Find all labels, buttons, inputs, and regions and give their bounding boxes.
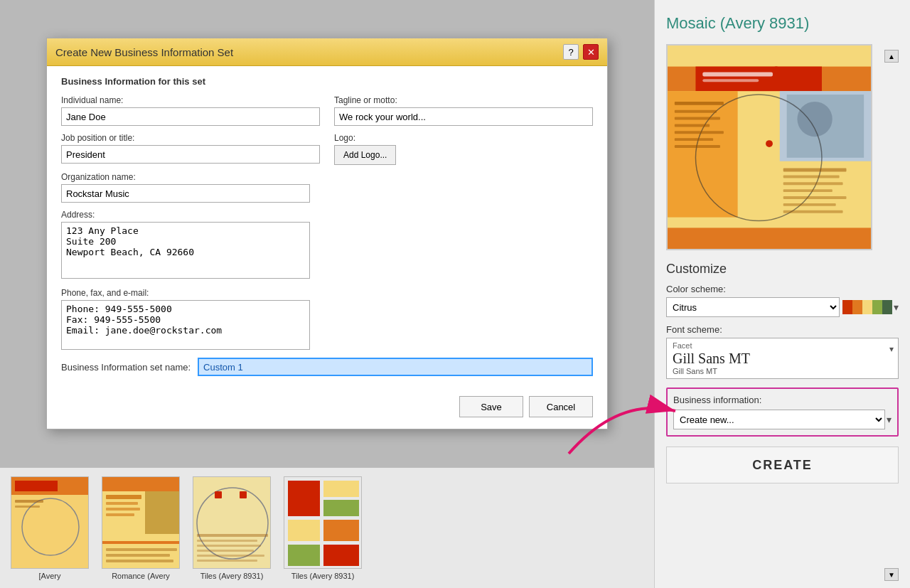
address-textarea[interactable]: 123 Any Place Suite 200 Newport Beach, C…: [61, 222, 310, 279]
list-item[interactable]: [Avery: [7, 476, 92, 580]
svg-rect-34: [102, 477, 180, 491]
font-scheme-box[interactable]: Facet Gill Sans MT Gill Sans MT ▾: [666, 338, 899, 379]
svg-rect-40: [102, 541, 180, 544]
list-item[interactable]: Romance (Avery: [98, 476, 183, 580]
list-item[interactable]: Tiles (Avery 8931): [189, 476, 274, 580]
svg-rect-35: [145, 491, 180, 534]
phone-label: Phone, fax, and e-mail:: [61, 288, 593, 298]
svg-rect-50: [197, 545, 261, 547]
form-row-1: Individual name: Tagline or motto:: [61, 95, 593, 126]
tagline-input[interactable]: [334, 107, 593, 126]
svg-rect-31: [15, 500, 43, 503]
biz-info-select[interactable]: Create new...: [673, 410, 885, 429]
bottom-thumbnails-bar: [Avery Romance (Avery: [0, 467, 654, 588]
svg-rect-42: [106, 554, 170, 557]
job-position-input[interactable]: [61, 145, 320, 164]
dialog: Create New Business Information Set ? ✕ …: [46, 38, 608, 429]
customize-label: Customize: [666, 262, 899, 277]
cancel-button[interactable]: Cancel: [529, 396, 593, 417]
thumbnail-image: [102, 476, 180, 569]
color-scheme-select[interactable]: Citrus: [666, 297, 840, 317]
thumbnail-image: [11, 476, 89, 569]
svg-rect-3: [702, 72, 773, 76]
biz-info-dropdown-row: Create new... ▾: [673, 410, 892, 429]
svg-rect-15: [675, 131, 724, 134]
font-main: Gill Sans MT: [673, 350, 892, 367]
template-preview: [666, 44, 872, 250]
svg-rect-17: [675, 145, 720, 148]
svg-rect-55: [288, 481, 320, 516]
svg-rect-16: [675, 138, 713, 141]
biz-name-input[interactable]: [198, 358, 593, 376]
add-logo-button[interactable]: Add Logo...: [334, 145, 396, 165]
svg-point-26: [773, 67, 780, 74]
dialog-title: Create New Business Information Set: [55, 46, 233, 58]
tagline-label: Tagline or motto:: [334, 95, 593, 105]
font-dropdown-arrow-icon: ▾: [889, 344, 894, 354]
thumbnail-label: Tiles (Avery 8931): [291, 572, 355, 580]
svg-rect-21: [783, 189, 833, 192]
business-info-section: Business information: Create new... ▾: [666, 387, 899, 437]
close-button[interactable]: ✕: [583, 44, 599, 60]
thumbnail-label: Romance (Avery: [112, 572, 170, 580]
color-scheme-row: Citrus ▾: [666, 297, 899, 317]
svg-rect-37: [106, 502, 138, 505]
svg-rect-2: [695, 67, 822, 92]
svg-rect-22: [783, 196, 847, 199]
svg-point-10: [766, 140, 773, 147]
thumbnail-label: [Avery: [39, 572, 61, 580]
form-row-2: Job position or title: Logo: Add Logo...: [61, 133, 593, 165]
right-panel: Mosaic (Avery 8931) ▲: [654, 0, 910, 588]
svg-rect-43: [106, 560, 173, 562]
job-position-col: Job position or title:: [61, 133, 320, 165]
color-swatch: [842, 300, 892, 314]
dialog-overlay: Create New Business Information Set ? ✕ …: [0, 0, 654, 467]
dialog-controls: ? ✕: [563, 44, 599, 60]
scroll-up-arrow[interactable]: ▲: [884, 50, 899, 63]
job-position-label: Job position or title:: [61, 133, 320, 143]
svg-rect-61: [323, 545, 359, 566]
dialog-body: Business Information for this set Indivi…: [47, 66, 607, 396]
svg-rect-46: [215, 491, 222, 498]
svg-rect-57: [323, 500, 359, 516]
svg-rect-24: [783, 210, 843, 213]
help-button[interactable]: ?: [563, 44, 579, 60]
panel-title: Mosaic (Avery 8931): [666, 14, 899, 33]
svg-rect-36: [106, 495, 141, 499]
logo-label: Logo:: [334, 133, 593, 143]
svg-rect-11: [675, 102, 724, 105]
org-name-section: Organization name:: [61, 172, 593, 203]
svg-rect-58: [288, 520, 320, 541]
phone-textarea[interactable]: Phone: 949-555-5000 Fax: 949-555-5500 Em…: [61, 300, 310, 350]
svg-rect-13: [675, 117, 720, 120]
list-item[interactable]: Tiles (Avery 8931): [280, 476, 365, 580]
individual-name-input[interactable]: [61, 107, 320, 126]
dialog-footer: Save Cancel: [47, 396, 607, 429]
scroll-down-arrow[interactable]: ▼: [884, 568, 899, 581]
svg-rect-47: [240, 491, 247, 498]
biz-name-label: Business Information set name:: [61, 362, 191, 373]
svg-rect-12: [675, 110, 717, 113]
create-button[interactable]: CREATE: [666, 447, 899, 483]
address-section: Address: 123 Any Place Suite 200 Newport…: [61, 210, 593, 281]
biz-info-label: Business information:: [673, 395, 892, 405]
logo-col: Logo: Add Logo...: [334, 133, 593, 165]
svg-rect-20: [783, 182, 843, 185]
biz-name-row: Business Information set name:: [61, 358, 593, 376]
svg-rect-18: [783, 169, 847, 172]
svg-rect-32: [15, 506, 40, 508]
svg-rect-4: [702, 79, 759, 82]
svg-rect-14: [675, 124, 710, 127]
svg-rect-23: [783, 203, 836, 206]
tagline-col: Tagline or motto:: [334, 95, 593, 126]
save-button[interactable]: Save: [459, 396, 523, 417]
svg-rect-51: [197, 550, 254, 552]
address-label: Address:: [61, 210, 593, 220]
svg-rect-59: [323, 520, 359, 541]
svg-rect-19: [783, 175, 840, 178]
thumbnail-image: [284, 476, 362, 569]
svg-rect-39: [106, 513, 134, 516]
font-scheme-label: Font scheme:: [666, 324, 899, 335]
org-name-input[interactable]: [61, 184, 310, 203]
color-scheme-label: Color scheme:: [666, 284, 899, 294]
